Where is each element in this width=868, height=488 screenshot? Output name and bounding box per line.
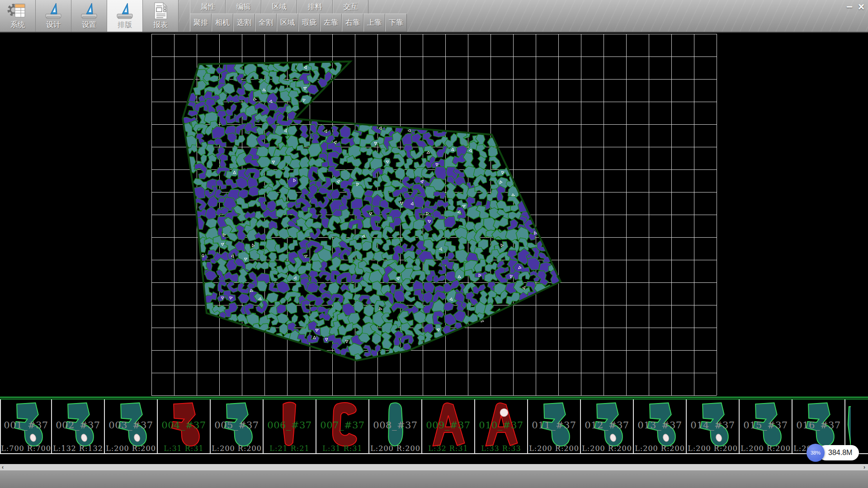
report-doc-icon: [150, 1, 171, 20]
tool-bar: 聚排相机选割全割区域瑕疵左靠右靠上靠下靠: [190, 14, 868, 32]
piece-cell[interactable]: 014_#37L:200 R:200: [687, 399, 740, 453]
app-window: 系统设计设置排版报表 属性编辑区域排料交互 聚排相机选割全割区域瑕疵左靠右靠上靠…: [0, 0, 868, 488]
tool-button-align-left[interactable]: 左靠: [320, 14, 342, 32]
piece-cell-list: 001_#37L:700 R:700002_#37L:132 R:132003_…: [0, 399, 868, 454]
scroll-right-arrow[interactable]: ›: [863, 464, 865, 470]
piece-thumbnail: [530, 401, 579, 450]
tool-button-align-right[interactable]: 右靠: [342, 14, 363, 32]
tool-button-camera[interactable]: 相机: [212, 14, 233, 32]
tool-button-cut-all[interactable]: 全割: [255, 14, 277, 32]
canvas-area: [0, 33, 868, 397]
menu-item-nesting[interactable]: 排料: [297, 0, 333, 14]
piece-cell[interactable]: 013_#37L:200 R:200: [634, 399, 687, 453]
piece-cell[interactable]: 012_#37L:200 R:200: [581, 399, 634, 453]
gear-table-icon: [7, 1, 28, 20]
app-button-settings[interactable]: 设置: [71, 0, 107, 32]
horizontal-scrollbar[interactable]: ‹ ›: [0, 464, 868, 470]
minimize-button[interactable]: −: [846, 1, 853, 13]
piece-strip: 001_#37L:700 R:700002_#37L:132 R:132003_…: [0, 397, 868, 454]
app-button-system[interactable]: 系统: [0, 0, 36, 32]
scroll-left-arrow[interactable]: ‹: [2, 464, 4, 470]
tool-button-select-cut[interactable]: 选割: [233, 14, 255, 32]
tool-button-region[interactable]: 区域: [277, 14, 298, 32]
piece-cell[interactable]: 015_#37L:200 R:200: [740, 399, 793, 453]
app-button-label: 排版: [118, 20, 132, 29]
piece-thumbnail: [266, 401, 314, 450]
piece-cell[interactable]: 002_#37L:132 R:132: [52, 399, 105, 453]
set-square-icon: [79, 1, 99, 20]
nested-pieces: [180, 56, 562, 367]
piece-thumbnail: [3, 401, 52, 450]
menu-item-interact[interactable]: 交互: [333, 0, 368, 14]
close-button[interactable]: ×: [858, 1, 864, 13]
menu-bar: 属性编辑区域排料交互: [190, 0, 868, 14]
app-button-design[interactable]: 设计: [36, 0, 71, 32]
window-controls: − ×: [846, 1, 864, 13]
piece-cell[interactable]: 001_#37L:700 R:700: [0, 399, 52, 453]
piece-cell[interactable]: 005_#37L:200 R:200: [211, 399, 264, 453]
piece-thumbnail: [795, 401, 843, 450]
nesting-canvas[interactable]: [0, 33, 868, 397]
toolbar-rows: 属性编辑区域排料交互 聚排相机选割全割区域瑕疵左靠右靠上靠下靠: [190, 0, 868, 32]
app-button-label: 设计: [46, 20, 61, 29]
piece-thumbnail: [372, 401, 420, 450]
menu-item-region[interactable]: 区域: [261, 0, 297, 14]
piece-thumbnail: [742, 401, 790, 450]
piece-cell[interactable]: 011_#37L:200 R:200: [528, 399, 581, 453]
piece-thumbnail: [213, 401, 261, 450]
app-button-label: 系统: [10, 20, 25, 29]
piece-thumbnail: [319, 401, 367, 450]
app-button-label: 报表: [153, 20, 168, 29]
piece-thumbnail: [107, 401, 156, 450]
piece-cell[interactable]: 003_#37L:200 R:200: [105, 399, 158, 453]
tool-button-align-bottom[interactable]: 下靠: [385, 14, 407, 32]
menu-item-properties[interactable]: 属性: [190, 0, 226, 14]
tool-button-cluster-nest[interactable]: 聚排: [190, 14, 212, 32]
piece-thumbnail: [54, 401, 103, 450]
tool-button-defect[interactable]: 瑕疵: [298, 14, 320, 32]
app-button-label: 设置: [82, 20, 96, 29]
piece-thumbnail: [477, 401, 526, 450]
status-bar: [0, 470, 868, 488]
piece-thumbnail: [425, 401, 473, 450]
piece-cell[interactable]: 006_#37L:21 R:21: [264, 399, 316, 453]
main-toolbar: 系统设计设置排版报表 属性编辑区域排料交互 聚排相机选割全割区域瑕疵左靠右靠上靠…: [0, 0, 868, 33]
app-mode-buttons: 系统设计设置排版报表: [0, 0, 179, 32]
piece-thumbnail: [636, 401, 684, 450]
piece-cell[interactable]: 009_#37L:32 R:31: [422, 399, 475, 453]
piece-cell[interactable]: 010_#37L:33 R:33: [475, 399, 528, 453]
set-square-icon: [43, 1, 64, 20]
tool-button-align-top[interactable]: 上靠: [363, 14, 385, 32]
progress-circle: 38%: [807, 444, 825, 462]
piece-cell[interactable]: 007_#37L:31 R:31: [316, 399, 369, 453]
app-button-layout[interactable]: 排版: [107, 0, 143, 32]
piece-thumbnail: [160, 401, 208, 450]
piece-thumbnail: [583, 401, 632, 450]
piece-cell[interactable]: 008_#37L:200 R:200: [369, 399, 422, 453]
piece-cell[interactable]: 004_#37L:31 R:31: [158, 399, 211, 453]
app-button-report[interactable]: 报表: [143, 0, 179, 32]
menu-item-edit[interactable]: 编辑: [226, 0, 261, 14]
piece-thumbnail: [689, 401, 737, 450]
memory-badge: 38% 384.8M: [807, 444, 859, 462]
set-square-icon: [114, 1, 135, 20]
